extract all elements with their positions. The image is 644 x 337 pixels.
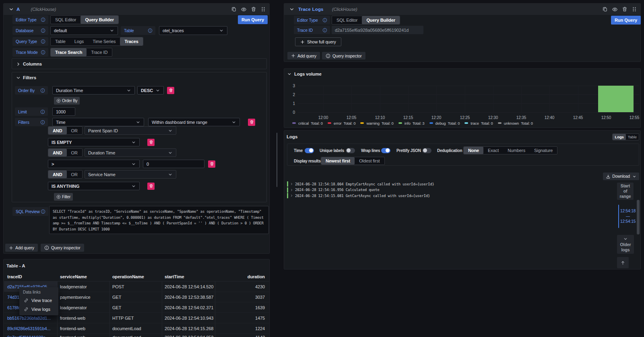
scroll-to-top-button[interactable] [617, 257, 629, 268]
chevron-right-icon[interactable] [290, 188, 293, 192]
time-filter-condition-select[interactable]: Within dashboard time range [148, 118, 240, 126]
remove-order-by-button[interactable] [167, 87, 174, 94]
legend-item-trace[interactable]: trace Total: 0 [464, 121, 493, 125]
filter-operator-select[interactable]: > [48, 160, 140, 168]
logs-scrollbar[interactable] [637, 200, 640, 234]
chevron-right-icon[interactable] [290, 194, 293, 197]
column-header-traceid[interactable]: traceID [4, 272, 58, 281]
wrap-lines-toggle[interactable] [381, 148, 390, 154]
disable-query-eye-icon[interactable] [612, 6, 618, 12]
chevron-right-icon[interactable] [290, 182, 293, 186]
query-type-option-traces[interactable]: Traces [120, 37, 142, 45]
bool-and-option[interactable]: AND [48, 127, 67, 134]
filter-value-input[interactable]: 0 [143, 160, 204, 168]
trace-mode-option-trace-search[interactable]: Trace Search [51, 48, 87, 56]
remove-time-filter-button[interactable] [248, 119, 255, 126]
trace-id-link[interactable]: 9a7acf5f81941938c... [7, 335, 49, 337]
bool-and-option[interactable]: AND [48, 149, 67, 156]
info-icon[interactable] [40, 120, 45, 125]
legend-item-unknown[interactable]: unknown Total: 0 [498, 121, 533, 125]
editor-type-option-sql-editor[interactable]: SQL Editor [332, 16, 362, 24]
trace-id-input[interactable]: d2a7155ef6a928a05680e5ff6190241d [332, 26, 423, 34]
log-row[interactable]: 2024-06-28 12:54:16.956 Calculated quote [287, 187, 380, 193]
trace-id-link[interactable]: 89cf4286e631591b4... [7, 326, 51, 331]
view-option-logs[interactable]: Logs [613, 134, 625, 140]
log-row[interactable]: 2024-06-28 12:54:15.081 GetCartAsync cal… [287, 193, 430, 198]
view-trace-menu-item[interactable]: View trace [19, 296, 58, 305]
collapse-chevron-icon[interactable] [8, 6, 14, 12]
query-inspector-button[interactable]: Query inspector [322, 52, 365, 60]
filter-field-select[interactable]: Duration Time [85, 148, 176, 157]
editor-type-option-query-builder[interactable]: Query Builder [80, 16, 118, 24]
dedup-option-exact[interactable]: Exact [483, 147, 503, 154]
remove-query-trash-icon[interactable] [622, 6, 627, 12]
view-logs-menu-item[interactable]: View logs [19, 305, 58, 314]
duplicate-query-icon[interactable] [602, 6, 608, 12]
logs-volume-bar-info[interactable] [598, 86, 634, 112]
column-header-duration[interactable]: duration [215, 272, 269, 281]
split-pane-resize-handle[interactable] [277, 133, 277, 187]
filters-section-header[interactable]: Filters [12, 72, 266, 83]
dedup-option-signature[interactable]: Signature [530, 147, 557, 154]
info-icon[interactable] [40, 109, 45, 114]
filter-operator-select[interactable]: IS EMPTY [48, 138, 140, 146]
legend-item-error[interactable]: error Total: 0 [328, 121, 355, 125]
disable-query-eye-icon[interactable] [241, 6, 247, 12]
add-query-button[interactable]: Add query [5, 244, 38, 252]
limit-input[interactable]: 1000 [52, 107, 75, 116]
unique-labels-toggle[interactable] [346, 148, 355, 154]
editor-type-option-query-builder[interactable]: Query Builder [362, 16, 399, 24]
time-toggle[interactable] [305, 148, 314, 154]
view-option-table[interactable]: Table [626, 134, 639, 140]
add-query-button[interactable]: Add query [287, 52, 320, 60]
remove-filter-button[interactable] [208, 160, 215, 168]
legend-item-info[interactable]: info Total: 3 [398, 121, 425, 125]
bool-or-option[interactable]: OR [67, 171, 82, 178]
info-icon[interactable] [322, 28, 327, 33]
filter-field-select[interactable]: Service Name [85, 170, 176, 179]
trace-mode-option-trace-id[interactable]: Trace ID [87, 48, 112, 56]
query-type-option-table[interactable]: Table [51, 37, 70, 45]
info-icon[interactable] [322, 18, 327, 23]
query-ref-id[interactable]: A [17, 7, 20, 12]
filter-field-select[interactable]: Parent Span ID [85, 126, 176, 135]
info-icon[interactable] [41, 39, 45, 44]
time-filter-field-select[interactable]: Time [52, 118, 144, 126]
remove-query-trash-icon[interactable] [251, 6, 256, 12]
prettify-json-toggle[interactable] [422, 148, 431, 154]
column-header-servicename[interactable]: serviceName [58, 272, 110, 281]
show-full-query-button[interactable]: Show full query [295, 37, 341, 46]
dedup-option-numbers[interactable]: Numbers [503, 147, 530, 154]
bool-or-option[interactable]: OR [67, 127, 82, 134]
query-row-header[interactable]: Trace Logs (ClickHouse) [284, 4, 640, 15]
legend-item-warning[interactable]: warning Total: 0 [360, 121, 393, 125]
info-icon[interactable] [41, 17, 45, 22]
query-row-header[interactable]: A (ClickHouse) [4, 4, 269, 15]
run-query-button[interactable]: Run Query [611, 16, 641, 25]
filter-operator-select[interactable]: IS ANYTHING [48, 182, 140, 190]
display-option-oldest-first[interactable]: Oldest first [355, 157, 384, 164]
column-header-operationname[interactable]: operationName [110, 272, 162, 281]
editor-type-option-sql-editor[interactable]: SQL Editor [51, 16, 80, 24]
legend-item-debug[interactable]: debug Total: 0 [429, 121, 460, 125]
display-option-newest-first[interactable]: Newest first [321, 157, 355, 164]
run-query-button[interactable]: Run Query [238, 15, 268, 24]
info-icon[interactable] [41, 209, 45, 214]
collapse-chevron-icon[interactable] [289, 6, 295, 12]
remove-filter-button[interactable] [147, 139, 155, 146]
query-type-option-logs[interactable]: Logs [70, 37, 88, 45]
database-select[interactable]: default [50, 26, 118, 35]
older-logs-button[interactable]: Older logs [617, 235, 634, 254]
log-row[interactable]: 2024-06-28 12:54:18.004 EmptyCartAsync c… [287, 181, 434, 187]
table-select[interactable]: otel_traces [159, 26, 227, 35]
add-filter-button[interactable]: Filter [54, 193, 73, 201]
order-by-direction-select[interactable]: DESC [137, 86, 164, 95]
query-type-option-time-series[interactable]: Time Series [88, 37, 120, 45]
order-by-field-select[interactable]: Duration Time [52, 86, 135, 95]
start-of-range-button[interactable]: Start of range [617, 183, 634, 200]
add-order-by-button[interactable]: Order By [54, 97, 80, 105]
query-inspector-button[interactable]: Query inspector [41, 244, 84, 252]
bool-or-option[interactable]: OR [67, 149, 82, 156]
dedup-option-none[interactable]: None [464, 147, 483, 154]
bool-and-option[interactable]: AND [48, 171, 67, 178]
